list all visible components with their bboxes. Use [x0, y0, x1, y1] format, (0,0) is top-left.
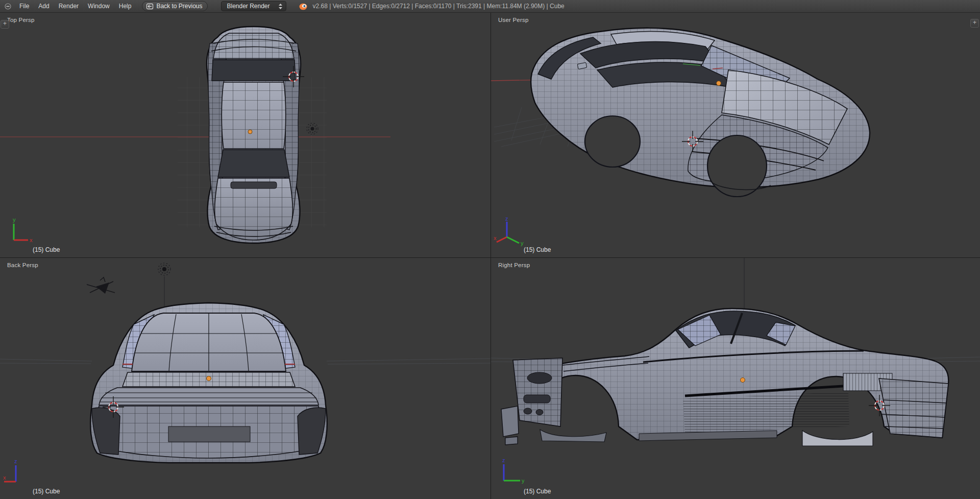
svg-text:x: x [494, 235, 497, 241]
object-origin-dot[interactable] [207, 376, 211, 381]
quad-view-area: Top Persp + y x (15) Cube [0, 13, 980, 499]
viewport-label-back: Back Persp [7, 262, 38, 268]
viewport-label-top: Top Persp [7, 17, 35, 23]
viewport-canvas-back[interactable] [0, 258, 491, 499]
axis-mini-gizmo-right: z y [494, 458, 524, 489]
axis-mini-gizmo-user: z x y [494, 217, 525, 247]
axis-mini-gizmo-back: z x [3, 458, 33, 489]
svg-text:x: x [3, 474, 6, 481]
car-mesh-back-view[interactable] [89, 301, 329, 464]
svg-text:z: z [502, 458, 505, 463]
viewport-back[interactable]: Back Persp z x (15) Cube [0, 258, 491, 499]
car-mesh-top-view[interactable] [204, 23, 304, 246]
camera-object[interactable] [87, 277, 115, 294]
svg-text:y: y [521, 240, 524, 246]
active-object-label: (15) Cube [524, 488, 551, 495]
menu-render[interactable]: Render [54, 0, 83, 12]
editor-type-icon[interactable] [4, 3, 12, 10]
svg-text:z: z [14, 458, 17, 464]
back-to-previous-label: Back to Previous [156, 3, 202, 10]
object-origin-dot[interactable] [717, 81, 721, 86]
properties-expand-plus-icon[interactable]: + [970, 19, 979, 28]
lamp-object[interactable] [158, 263, 170, 275]
blender-logo-icon [299, 2, 308, 10]
viewport-canvas-user[interactable] [491, 13, 980, 257]
active-object-label: (15) Cube [33, 246, 60, 253]
axis-mini-gizmo-top: y x [3, 217, 33, 247]
scene-stats: v2.68 | Verts:0/1527 | Edges:0/2712 | Fa… [313, 3, 565, 10]
active-object-label: (15) Cube [33, 488, 60, 495]
svg-text:x: x [30, 237, 33, 243]
toolshelf-expand-plus-icon[interactable]: + [1, 20, 9, 29]
menu-add[interactable]: Add [34, 0, 54, 12]
viewport-right[interactable]: Right Persp z y (15) Cube [491, 258, 980, 499]
updown-arrows-icon [278, 3, 283, 10]
info-header: File Add Render Window Help Back to Prev… [0, 0, 980, 13]
menu-file[interactable]: File [15, 0, 34, 12]
viewport-canvas-top[interactable] [0, 13, 491, 257]
viewport-user[interactable]: User Persp + z x y (15) Cube [491, 13, 980, 257]
render-engine-select[interactable]: Blender Render [221, 1, 286, 11]
svg-text:y: y [522, 478, 524, 484]
svg-text:z: z [505, 217, 508, 222]
car-mesh-right-view[interactable] [501, 306, 955, 446]
viewport-label-right: Right Persp [498, 262, 530, 268]
back-arrow-icon [146, 3, 154, 10]
menu-help[interactable]: Help [114, 0, 136, 12]
active-object-label: (15) Cube [524, 246, 551, 253]
render-engine-value: Blender Render [227, 3, 270, 10]
car-mesh-user-view[interactable] [527, 23, 874, 197]
svg-text:y: y [13, 217, 16, 223]
object-origin-dot[interactable] [248, 130, 252, 134]
viewport-canvas-right[interactable] [491, 258, 980, 499]
back-to-previous-button[interactable]: Back to Previous [142, 1, 208, 11]
menu-window[interactable]: Window [83, 0, 114, 12]
viewport-label-user: User Persp [498, 17, 529, 23]
viewport-top[interactable]: Top Persp + y x (15) Cube [0, 13, 491, 257]
object-origin-dot[interactable] [741, 378, 745, 383]
